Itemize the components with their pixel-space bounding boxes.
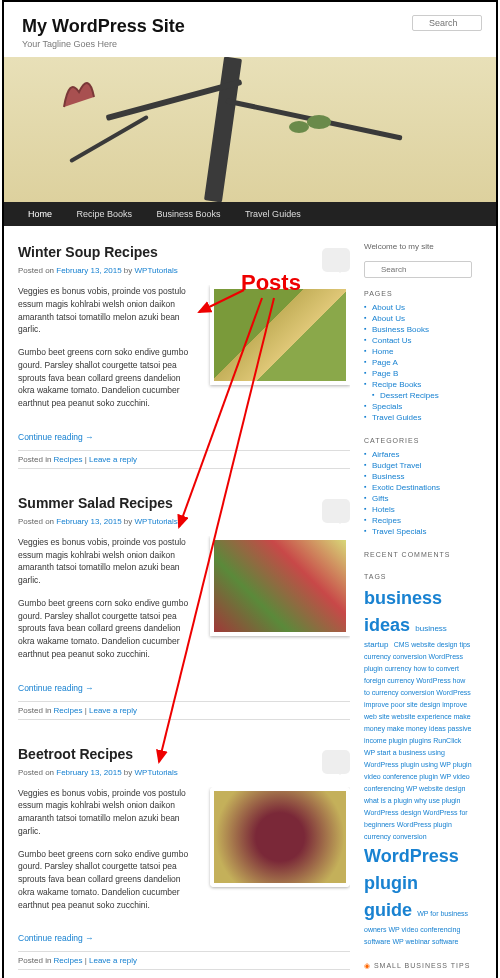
tags-heading: TAGS bbox=[364, 573, 472, 580]
page-link[interactable]: Dessert Recipes bbox=[380, 391, 439, 400]
page-link[interactable]: Business Books bbox=[372, 325, 429, 334]
page-link[interactable]: Specials bbox=[372, 402, 402, 411]
category-link[interactable]: Budget Travel bbox=[372, 461, 421, 470]
post-thumbnail[interactable] bbox=[210, 536, 350, 636]
post-author[interactable]: WPTutorials bbox=[135, 266, 178, 275]
post: Beetroot Recipes Posted on February 13, … bbox=[18, 746, 350, 971]
categories-list: Airfares Budget Travel Business Exotic D… bbox=[364, 449, 472, 537]
post-category[interactable]: Recipes bbox=[54, 956, 83, 965]
search-input[interactable] bbox=[364, 261, 472, 278]
post-thumbnail[interactable] bbox=[210, 787, 350, 887]
category-link[interactable]: Hotels bbox=[372, 505, 395, 514]
comment-bubble-icon[interactable] bbox=[322, 499, 350, 523]
site-tagline: Your Tagline Goes Here bbox=[22, 39, 478, 49]
category-link[interactable]: Recipes bbox=[372, 516, 401, 525]
post-category[interactable]: Recipes bbox=[54, 706, 83, 715]
tag-link[interactable]: CMS website design tips currency convers… bbox=[364, 641, 472, 840]
category-link[interactable]: Exotic Destinations bbox=[372, 483, 440, 492]
page-link[interactable]: Page B bbox=[372, 369, 398, 378]
category-link[interactable]: Gifts bbox=[372, 494, 388, 503]
page-link[interactable]: Home bbox=[372, 347, 393, 356]
post-thumbnail[interactable] bbox=[210, 285, 350, 385]
pages-list: About Us About Us Business Books Contact… bbox=[364, 302, 472, 423]
post-date[interactable]: February 13, 2015 bbox=[56, 768, 121, 777]
tag-link[interactable]: WordPress plugin guide bbox=[364, 846, 459, 920]
post-footer: Posted in Recipes | Leave a reply bbox=[18, 951, 350, 970]
comment-bubble-icon[interactable] bbox=[322, 248, 350, 272]
main-content: Winter Soup Recipes Posted on February 1… bbox=[4, 226, 364, 978]
post-title[interactable]: Summer Salad Recipes bbox=[18, 495, 350, 511]
nav-home[interactable]: Home bbox=[18, 202, 62, 226]
header-banner[interactable] bbox=[4, 57, 496, 202]
post-date[interactable]: February 13, 2015 bbox=[56, 266, 121, 275]
post-excerpt: Veggies es bonus vobis, proinde vos post… bbox=[18, 787, 196, 922]
search-input[interactable] bbox=[412, 15, 482, 31]
tag-cloud: business ideas business startup CMS webs… bbox=[364, 585, 472, 948]
continue-reading[interactable]: Continue reading → bbox=[18, 432, 94, 442]
annotation-label: Posts bbox=[241, 270, 301, 296]
welcome-text: Welcome to my site bbox=[364, 242, 472, 251]
comment-bubble-icon[interactable] bbox=[322, 750, 350, 774]
post-author[interactable]: WPTutorials bbox=[135, 517, 178, 526]
category-link[interactable]: Business bbox=[372, 472, 404, 481]
site-title[interactable]: My WordPress Site bbox=[22, 16, 478, 37]
post-footer: Posted in Recipes | Leave a reply bbox=[18, 450, 350, 469]
post: Summer Salad Recipes Posted on February … bbox=[18, 495, 350, 720]
continue-reading[interactable]: Continue reading → bbox=[18, 683, 94, 693]
nav-travel-guides[interactable]: Travel Guides bbox=[235, 202, 311, 226]
page-link[interactable]: Travel Guides bbox=[372, 413, 422, 422]
post-author[interactable]: WPTutorials bbox=[135, 768, 178, 777]
post-title[interactable]: Beetroot Recipes bbox=[18, 746, 350, 762]
category-link[interactable]: Airfares bbox=[372, 450, 400, 459]
sidebar-search[interactable] bbox=[364, 261, 472, 290]
continue-reading[interactable]: Continue reading → bbox=[18, 933, 94, 943]
main-nav: Home Recipe Books Business Books Travel … bbox=[4, 202, 496, 226]
nav-business-books[interactable]: Business Books bbox=[146, 202, 230, 226]
category-link[interactable]: Travel Specials bbox=[372, 527, 426, 536]
post-title[interactable]: Winter Soup Recipes bbox=[18, 244, 350, 260]
post-excerpt: Veggies es bonus vobis, proinde vos post… bbox=[18, 285, 196, 420]
leave-reply[interactable]: Leave a reply bbox=[89, 706, 137, 715]
header-search[interactable] bbox=[412, 12, 482, 31]
leave-reply[interactable]: Leave a reply bbox=[89, 455, 137, 464]
page-link[interactable]: Recipe Books bbox=[372, 380, 421, 389]
page-link[interactable]: About Us bbox=[372, 303, 405, 312]
post-footer: Posted in Recipes | Leave a reply bbox=[18, 701, 350, 720]
pages-heading: PAGES bbox=[364, 290, 472, 297]
recent-comments-heading: RECENT COMMENTS bbox=[364, 551, 472, 558]
post-category[interactable]: Recipes bbox=[54, 455, 83, 464]
svg-point-0 bbox=[289, 121, 309, 133]
page-link[interactable]: Page A bbox=[372, 358, 398, 367]
post-date[interactable]: February 13, 2015 bbox=[56, 517, 121, 526]
categories-heading: CATEGORIES bbox=[364, 437, 472, 444]
rss-heading: SMALL BUSINESS TIPS bbox=[364, 962, 472, 970]
page-link[interactable]: Contact Us bbox=[372, 336, 412, 345]
sidebar: Welcome to my site PAGES About Us About … bbox=[364, 226, 484, 978]
post-excerpt: Veggies es bonus vobis, proinde vos post… bbox=[18, 536, 196, 671]
leave-reply[interactable]: Leave a reply bbox=[89, 956, 137, 965]
post-meta: Posted on February 13, 2015 by WPTutoria… bbox=[18, 517, 350, 526]
nav-recipe-books[interactable]: Recipe Books bbox=[66, 202, 142, 226]
post-meta: Posted on February 13, 2015 by WPTutoria… bbox=[18, 768, 350, 777]
svg-point-1 bbox=[307, 115, 331, 129]
page-link[interactable]: About Us bbox=[372, 314, 405, 323]
